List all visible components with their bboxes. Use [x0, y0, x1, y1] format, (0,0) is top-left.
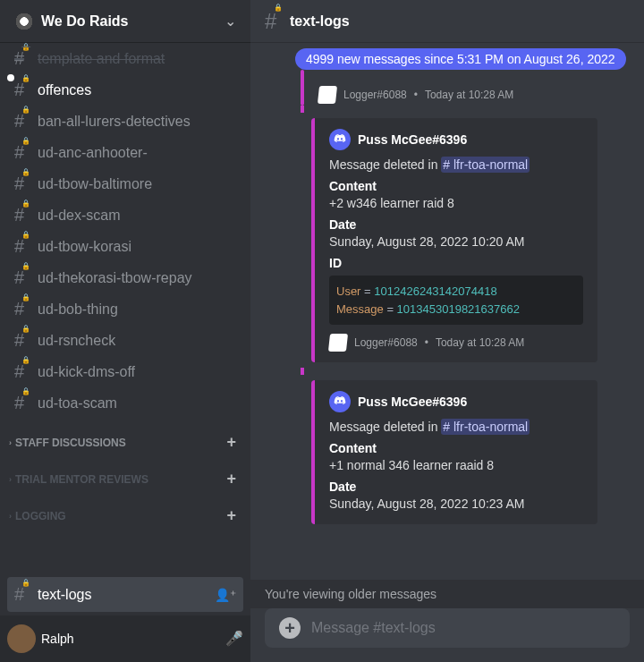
hash-icon: # — [14, 174, 32, 194]
message-input[interactable] — [311, 620, 615, 636]
mic-icon[interactable]: 🎤 — [225, 630, 243, 648]
channel-sidebar: We Do Raids ⌄ #template and format#offen… — [0, 0, 250, 662]
hash-lock-icon: # — [265, 9, 283, 34]
content-value: +1 normal 346 learner raaid 8 — [329, 458, 583, 472]
embed-author: Puss McGee#6396 — [358, 132, 467, 147]
deleted-message-embed: Puss McGee#6396 Message deleted in # lfr… — [311, 380, 597, 524]
channel-label: ud-tbow-baltimore — [38, 176, 152, 192]
message-row: Puss McGee#6396 Message deleted in # lfr… — [250, 113, 644, 368]
new-messages-banner[interactable]: 4999 new messages since 5:31 PM on Augus… — [295, 48, 626, 70]
footer-time: Today at 10:28 AM — [436, 336, 524, 349]
message-input-bar: + — [265, 608, 630, 648]
chevron-down-icon: ⌄ — [225, 13, 236, 30]
channel-item[interactable]: #ud-toa-scam — [7, 387, 243, 419]
channel-title: text-logs — [290, 13, 350, 30]
channel-label: ud-bob-thing — [38, 301, 118, 318]
deleted-in-line: Message deleted in # lfr-toa-normal — [329, 420, 583, 434]
bottom-area: You're viewing older messages + — [250, 580, 644, 662]
attach-icon[interactable]: + — [279, 617, 301, 639]
add-channel-icon[interactable]: + — [226, 506, 236, 525]
add-user-icon[interactable]: 👤⁺ — [215, 588, 236, 602]
channel-label: ud-anc-anhooter- — [38, 145, 148, 161]
avatar[interactable] — [7, 624, 36, 653]
embed-accent — [301, 70, 304, 106]
embed-footer: Logger#6088 • Today at 10:28 AM — [318, 86, 513, 104]
hash-icon: # — [14, 236, 32, 257]
channel-text-logs[interactable]: # text-logs 👤⁺ — [7, 577, 243, 612]
channel-mention[interactable]: # lfr-toa-normal — [441, 419, 530, 435]
date-label: Date — [329, 217, 583, 232]
channel-label: ud-tbow-korasi — [38, 239, 131, 255]
channel-item[interactable]: #ud-tbow-baltimore — [7, 168, 243, 199]
message-row: Puss McGee#6396 Message deleted in # lfr… — [250, 375, 644, 530]
footer-time: Today at 10:28 AM — [425, 89, 513, 101]
id-code-block: User = 1012426243142074418 Message = 101… — [329, 276, 583, 325]
channel-label: ud-toa-scam — [38, 395, 117, 412]
hash-icon: # — [14, 80, 32, 100]
hash-icon: # — [14, 393, 32, 413]
hash-icon: # — [14, 205, 32, 225]
new-messages-banner-row: 4999 new messages since 5:31 PM on Augus… — [250, 43, 644, 75]
footer-author: Logger#6088 — [354, 336, 418, 349]
channel-item[interactable]: #ban-all-lurers-detectives — [7, 106, 243, 137]
date-value: Sunday, August 28, 2022 10:23 AM — [329, 496, 583, 511]
channel-item[interactable]: #ud-dex-scam — [7, 199, 243, 231]
channel-item[interactable]: #ud-thekorasi-tbow-repay — [7, 262, 243, 293]
hash-icon: # — [14, 142, 32, 163]
add-channel-icon[interactable]: + — [226, 433, 236, 452]
date-label: Date — [329, 480, 583, 494]
message-row: Logger#6088 • Today at 10:28 AM — [250, 75, 644, 106]
channel-list: #template and format#offences#ban-all-lu… — [0, 43, 250, 573]
channel-label: ud-dex-scam — [38, 208, 120, 224]
hash-icon: # — [14, 299, 32, 319]
channel-item[interactable]: #ud-rsncheck — [7, 325, 243, 356]
channel-label: ud-kick-dms-off — [38, 364, 135, 380]
embed-author: Puss McGee#6396 — [358, 395, 467, 409]
deleted-message-embed: Puss McGee#6396 Message deleted in # lfr… — [311, 118, 597, 362]
chevron-right-icon: › — [9, 438, 12, 447]
message-area: 4999 new messages since 5:31 PM on Augus… — [250, 43, 644, 580]
hash-lock-icon: # — [14, 584, 32, 605]
channel-item[interactable]: #template and format — [7, 43, 243, 74]
channel-label: template and format — [38, 51, 165, 67]
chevron-right-icon: › — [9, 475, 12, 484]
channel-item[interactable]: #ud-tbow-korasi — [7, 231, 243, 262]
category-label: TRIAL MENTOR REVIEWS — [15, 473, 148, 486]
channel-item[interactable]: #ud-kick-dms-off — [7, 356, 243, 387]
discord-icon — [329, 129, 351, 150]
server-icon — [14, 12, 34, 31]
channel-header: # text-logs — [250, 0, 644, 43]
discord-icon — [329, 391, 351, 412]
hash-icon: # — [14, 361, 32, 382]
channel-mention[interactable]: # lfr-toa-normal — [441, 157, 530, 173]
user-footer: Ralph 🎤 — [0, 615, 250, 662]
category-label: STAFF DISCUSSIONS — [15, 437, 126, 449]
logger-icon — [318, 86, 337, 104]
server-header[interactable]: We Do Raids ⌄ — [0, 0, 250, 43]
chevron-right-icon: › — [9, 512, 12, 521]
embed-footer: Logger#6088 • Today at 10:28 AM — [329, 334, 583, 352]
hash-icon: # — [14, 111, 32, 132]
channel-label: ud-thekorasi-tbow-repay — [38, 270, 192, 286]
main-panel: # text-logs 4999 new messages since 5:31… — [250, 0, 644, 662]
deleted-in-line: Message deleted in # lfr-toa-normal — [329, 157, 583, 172]
channel-label: text-logs — [38, 587, 91, 603]
category-header[interactable]: ›TRIAL MENTOR REVIEWS+ — [7, 455, 243, 492]
channel-label: ban-all-lurers-detectives — [38, 114, 191, 130]
id-label: ID — [329, 256, 583, 270]
channel-label: ud-rsncheck — [38, 333, 115, 349]
channel-item[interactable]: #ud-bob-thing — [7, 293, 243, 325]
channel-item[interactable]: #ud-anc-anhooter- — [7, 137, 243, 168]
channel-item[interactable]: #offences — [7, 74, 243, 106]
add-channel-icon[interactable]: + — [226, 470, 236, 488]
server-name: We Do Raids — [41, 13, 225, 30]
date-value: Sunday, August 28, 2022 10:20 AM — [329, 234, 583, 249]
hash-icon: # — [14, 330, 32, 351]
username: Ralph — [41, 632, 220, 646]
category-header[interactable]: ›STAFF DISCUSSIONS+ — [7, 419, 243, 455]
hash-icon: # — [14, 48, 32, 69]
category-header[interactable]: ›LOGGING+ — [7, 492, 243, 529]
unread-indicator — [7, 74, 14, 81]
footer-author: Logger#6088 — [343, 89, 407, 101]
older-messages-bar[interactable]: You're viewing older messages — [250, 580, 644, 608]
